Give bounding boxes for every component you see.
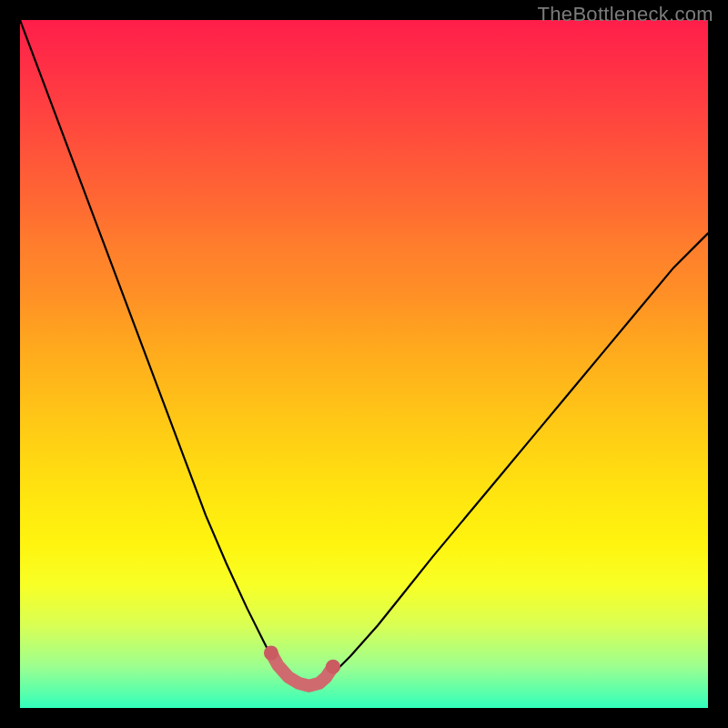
watermark-text: TheBottleneck.com — [538, 3, 713, 26]
plot-area — [20, 20, 708, 708]
chart-frame: TheBottleneck.com — [0, 0, 728, 728]
chart-overlay — [20, 20, 708, 708]
optimal-range-marker — [271, 653, 333, 686]
marker-endpoint-dot — [326, 660, 340, 674]
marker-endpoint-dot — [264, 646, 278, 661]
bottleneck-curve — [20, 20, 708, 686]
